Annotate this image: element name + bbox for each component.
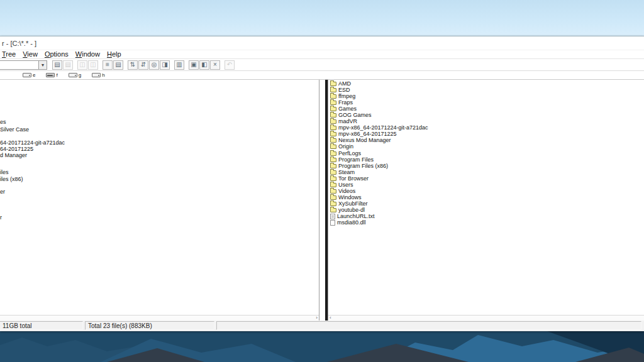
menu-window[interactable]: Window (75, 50, 100, 58)
left-pane-hscrollbar[interactable]: › (0, 315, 319, 321)
drive-f-button[interactable]: f (46, 72, 57, 78)
file-name: Program Files (338, 156, 374, 163)
file-row[interactable]: mpv-x86_64-20171225 (328, 131, 644, 137)
scroll-right-arrow-icon[interactable]: › (316, 315, 318, 321)
tree-item[interactable]: r (0, 214, 2, 221)
filter-files-button[interactable]: ◎ (149, 60, 159, 70)
new-window-icon: ◨ (162, 62, 167, 68)
file-name: madVR (338, 118, 357, 124)
tree-item[interactable]: er (0, 189, 5, 195)
folder-icon (330, 132, 336, 136)
drive-selector-combo[interactable]: ▾ (0, 60, 47, 70)
file-row[interactable]: Users (328, 182, 644, 188)
tree-item[interactable]: d Manager (0, 152, 27, 158)
file-row[interactable]: Nexus Mod Manager (328, 137, 644, 143)
file-row[interactable]: PerfLogs (328, 150, 644, 156)
tree-item[interactable]: 64-20171225 (0, 146, 33, 152)
drive-g-button[interactable]: g (69, 72, 81, 78)
hard-drive-icon (92, 73, 101, 77)
stop-sharing-icon: ◫ (90, 62, 96, 68)
print-button[interactable]: ▥ (174, 60, 184, 70)
directory-tree-pane[interactable]: esSilver Case64-20171224-git-a721dac64-2… (0, 80, 319, 321)
new-window-button[interactable]: ◨ (160, 60, 170, 70)
drive-letter: e (33, 72, 35, 78)
file-name: XySubFilter (338, 200, 368, 207)
drive-h-button[interactable]: h (92, 72, 104, 78)
folder-icon (330, 88, 336, 92)
file-name: Games (338, 106, 357, 112)
print-icon: ▥ (176, 62, 182, 68)
folder-icon (330, 145, 336, 149)
folder-icon (330, 151, 336, 156)
folder-icon (330, 119, 336, 124)
right-pane-hscrollbar[interactable]: ‹ (328, 315, 644, 321)
folder-icon (330, 195, 336, 200)
tree-item[interactable]: iles (0, 169, 9, 175)
file-name: LaunchURL.txt (337, 213, 375, 219)
file-row[interactable]: Windows (328, 194, 644, 200)
file-icon (330, 214, 335, 219)
file-row[interactable]: Tor Browser (328, 175, 644, 182)
menu-view[interactable]: View (23, 50, 38, 58)
file-row[interactable]: LaunchURL.txt (328, 213, 644, 219)
drive-bar: efgh (0, 71, 644, 80)
disconnect-network-drive-button: ▤ (63, 60, 73, 70)
file-row[interactable]: mpv-x86_64-20171224-git-a721dac (328, 124, 644, 131)
drive-e-button[interactable]: e (23, 72, 35, 78)
file-row[interactable]: AMD (328, 80, 644, 87)
file-row[interactable]: Steam (328, 169, 644, 175)
share-folder-button: ◫ (77, 60, 87, 70)
delete-button[interactable]: × (210, 60, 220, 70)
file-row[interactable]: Origin (328, 143, 644, 150)
scroll-left-arrow-icon[interactable]: ‹ (330, 315, 331, 321)
tree-item[interactable]: es (0, 119, 6, 125)
file-row[interactable]: Games (328, 106, 644, 112)
undo-icon: ↶ (227, 62, 232, 68)
file-row[interactable]: msdia80.dll (328, 219, 644, 226)
folder-icon (330, 158, 336, 162)
file-list-pane[interactable]: AMDESDffmpegFrapsGamesGOG GamesmadVRmpv-… (328, 80, 644, 321)
copy-button[interactable]: ▣ (189, 60, 199, 70)
name-view-button[interactable]: ≡ (103, 60, 113, 70)
file-name: Nexus Mod Manager (338, 137, 391, 143)
folder-icon (330, 208, 336, 212)
file-name: msdia80.dll (337, 219, 366, 226)
folder-icon (330, 202, 336, 206)
folder-icon (330, 94, 336, 99)
file-name: ffmpeg (338, 93, 355, 99)
sort-by-name-button[interactable]: ⇅ (128, 60, 138, 70)
folder-icon (330, 177, 336, 181)
status-spacer (216, 321, 641, 330)
toolbar: ▾ ▤▤◫◫≡▤⇅⇵◎◨▥▣◧×↶ (0, 59, 644, 71)
file-row[interactable]: Fraps (328, 99, 644, 106)
sort-by-type-button[interactable]: ⇵ (138, 60, 148, 70)
file-row[interactable]: XySubFilter (328, 200, 644, 207)
file-row[interactable]: youtube-dl (328, 207, 644, 213)
cdrom-drive-icon (46, 73, 55, 77)
share-folder-icon: ◫ (79, 62, 85, 68)
menu-tree[interactable]: Tree (2, 50, 16, 58)
file-name: youtube-dl (338, 207, 365, 213)
desktop-sky (0, 0, 644, 36)
file-name: Program Files (x86) (338, 163, 388, 169)
details-view-button[interactable]: ▤ (113, 60, 123, 70)
tree-item[interactable]: Silver Case (0, 126, 29, 133)
file-row[interactable]: ESD (328, 87, 644, 93)
paste-button[interactable]: ◧ (199, 60, 209, 70)
tree-item[interactable]: 64-20171224-git-a721dac (0, 140, 65, 146)
toolbar-buttons: ▤▤◫◫≡▤⇅⇵◎◨▥▣◧×↶ (52, 60, 235, 70)
title-bar[interactable]: r - [C:\*.* - ] (0, 36, 644, 50)
file-row[interactable]: Program Files (x86) (328, 163, 644, 169)
file-row[interactable]: Program Files (328, 156, 644, 163)
tree-item[interactable]: iles (x86) (0, 176, 23, 182)
file-row[interactable]: madVR (328, 118, 644, 124)
status-disk-space: 11GB total (0, 321, 83, 330)
file-row[interactable]: ffmpeg (328, 93, 644, 99)
connect-network-drive-button[interactable]: ▤ (52, 60, 62, 70)
combo-dropdown-arrow-icon[interactable]: ▾ (38, 61, 47, 69)
menu-help[interactable]: Help (107, 50, 121, 58)
file-row[interactable]: GOG Games (328, 112, 644, 118)
file-row[interactable]: Videos (328, 188, 644, 194)
menu-options[interactable]: Options (45, 50, 69, 58)
hard-drive-icon (23, 73, 31, 77)
